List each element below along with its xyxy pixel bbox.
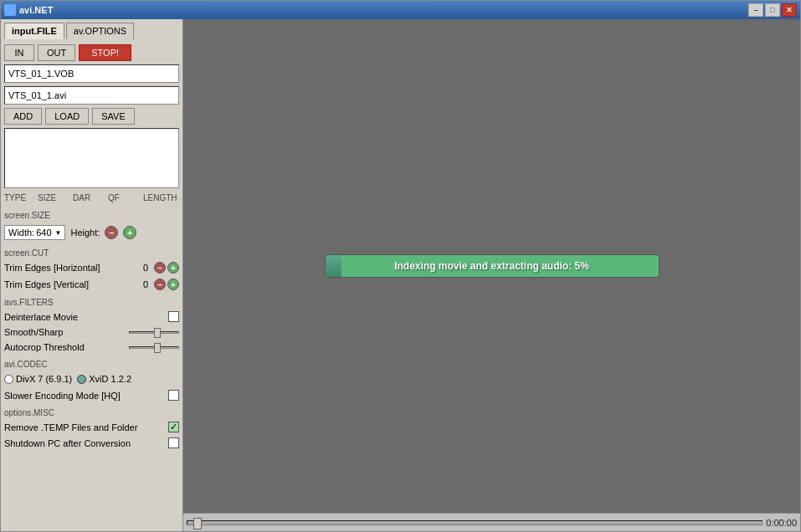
height-decrease-button[interactable]: –: [105, 226, 118, 239]
output-file-input[interactable]: [4, 86, 179, 105]
trim-horizontal-row: Trim Edges [Horizontal] 0 – +: [4, 262, 179, 274]
col-dar: DAR: [73, 193, 103, 202]
autocrop-row: Autocrop Threshold: [4, 342, 179, 352]
close-button[interactable]: ✕: [782, 3, 797, 17]
col-type: TYPE: [4, 193, 34, 202]
trim-h-label: Trim Edges [Horizontal]: [4, 263, 137, 273]
title-bar: avi.NET – □ ✕: [1, 1, 800, 19]
control-buttons: IN OUT STOP!: [4, 44, 179, 61]
tab-bar: input.FILE av.OPTIONS: [4, 23, 179, 39]
seek-thumb[interactable]: [193, 518, 202, 529]
deinterlace-row: Deinterlace Movie: [4, 311, 179, 322]
shutdown-checkbox[interactable]: [168, 437, 179, 448]
remove-temp-label: Remove .TEMP Files and Folder: [4, 422, 168, 432]
deinterlace-label: Deinterlace Movie: [4, 312, 168, 322]
in-button[interactable]: IN: [4, 44, 34, 61]
xvid-label: XviD 1.2.2: [89, 374, 131, 384]
trim-h-value: 0: [137, 263, 154, 273]
maximize-button[interactable]: □: [765, 3, 780, 17]
screen-cut-label: screen.CUT: [4, 248, 179, 258]
main-window: avi.NET – □ ✕ input.FILE av.OPTIONS IN O…: [0, 0, 801, 532]
window-title: avi.NET: [19, 5, 53, 15]
trim-h-increase-button[interactable]: +: [167, 262, 179, 274]
divx-radio[interactable]: [4, 375, 13, 384]
autocrop-thumb[interactable]: [154, 343, 161, 353]
col-length: LENGTH: [143, 193, 177, 202]
progress-bar-container: Indexing movie and extracting audio: 5%: [325, 254, 660, 278]
divx-label: DivX 7 (6.9.1): [16, 374, 72, 384]
out-button[interactable]: OUT: [38, 44, 75, 61]
smooth-row: Smooth/Sharp: [4, 327, 179, 337]
slower-checkbox[interactable]: [168, 390, 179, 401]
width-label: Width:: [8, 228, 34, 238]
codec-label: avi.CODEC: [4, 360, 179, 369]
column-headers: TYPE SIZE DAR QF LENGTH: [4, 192, 179, 204]
shutdown-label: Shutdown PC after Conversion: [4, 438, 168, 448]
progress-bar-fill: [326, 255, 342, 277]
trim-v-buttons: – +: [154, 279, 179, 290]
progress-bar-background: Indexing movie and extracting audio: 5%: [326, 255, 659, 277]
title-bar-left: avi.NET: [4, 4, 53, 16]
height-increase-button[interactable]: +: [123, 226, 136, 239]
trim-v-label: Trim Edges [Vertical]: [4, 279, 137, 289]
slower-label: Slower Encoding Mode [HQ]: [4, 391, 168, 401]
seek-track[interactable]: [187, 520, 762, 525]
autocrop-label: Autocrop Threshold: [4, 342, 129, 352]
trim-v-decrease-button[interactable]: –: [154, 279, 166, 290]
divx-radio-group: DivX 7 (6.9.1): [4, 374, 72, 384]
slower-encoding-row: Slower Encoding Mode [HQ]: [4, 390, 179, 401]
tab-input-file[interactable]: input.FILE: [4, 23, 64, 39]
trim-h-decrease-button[interactable]: –: [154, 262, 166, 274]
screen-size-label: screen.SIZE: [4, 211, 179, 220]
smooth-thumb[interactable]: [154, 328, 161, 338]
remove-temp-checkbox[interactable]: ✓: [168, 422, 179, 432]
time-display: 0:00:00: [766, 518, 797, 528]
misc-label: options.MISC: [4, 408, 179, 417]
source-file-input[interactable]: [4, 64, 179, 83]
minimize-button[interactable]: –: [748, 3, 763, 17]
shutdown-row: Shutdown PC after Conversion: [4, 437, 179, 448]
width-value: 640: [36, 228, 51, 238]
trim-v-value: 0: [137, 279, 154, 289]
width-dropdown[interactable]: Width: 640 ▼: [4, 225, 65, 240]
main-content: input.FILE av.OPTIONS IN OUT STOP! ADD L…: [1, 19, 800, 531]
progress-text: Indexing movie and extracting audio: 5%: [394, 260, 589, 272]
seek-bar-area: 0:00:00: [183, 513, 800, 531]
trim-h-buttons: – +: [154, 262, 179, 274]
save-button[interactable]: SAVE: [92, 108, 135, 125]
screen-size-row: Width: 640 ▼ Height: – +: [4, 225, 179, 240]
right-panel: Indexing movie and extracting audio: 5% …: [183, 19, 800, 531]
trim-vertical-row: Trim Edges [Vertical] 0 – +: [4, 279, 179, 290]
app-icon: [4, 4, 16, 16]
autocrop-slider[interactable]: [129, 346, 179, 349]
smooth-slider[interactable]: [129, 331, 179, 334]
remove-temp-row: Remove .TEMP Files and Folder ✓: [4, 422, 179, 432]
trim-v-increase-button[interactable]: +: [167, 279, 179, 290]
col-qf: QF: [108, 193, 138, 202]
load-button[interactable]: LOAD: [45, 108, 89, 125]
height-label: Height:: [70, 228, 100, 238]
add-button[interactable]: ADD: [4, 108, 42, 125]
xvid-radio-group: XviD 1.2.2: [77, 374, 131, 384]
dropdown-arrow-icon: ▼: [55, 229, 62, 237]
stop-button[interactable]: STOP!: [79, 44, 131, 61]
left-panel: input.FILE av.OPTIONS IN OUT STOP! ADD L…: [1, 19, 183, 531]
filters-label: avs.FILTERS: [4, 298, 179, 307]
col-size: SIZE: [38, 193, 68, 202]
codec-row: DivX 7 (6.9.1) XviD 1.2.2: [4, 374, 179, 384]
tab-av-options[interactable]: av.OPTIONS: [66, 23, 134, 39]
smooth-label: Smooth/Sharp: [4, 327, 129, 337]
log-textarea[interactable]: [4, 128, 179, 188]
title-bar-buttons: – □ ✕: [748, 3, 797, 17]
xvid-radio[interactable]: [77, 375, 86, 384]
deinterlace-checkbox[interactable]: [168, 311, 179, 322]
video-preview: Indexing movie and extracting audio: 5%: [183, 19, 800, 513]
file-action-buttons: ADD LOAD SAVE: [4, 108, 179, 125]
